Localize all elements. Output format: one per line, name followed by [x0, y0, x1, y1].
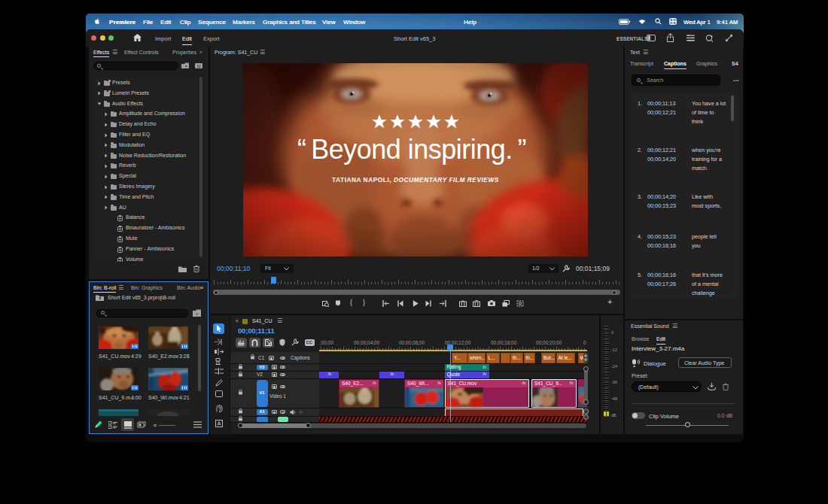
svg-text:32: 32 [196, 64, 201, 68]
svg-text:+: + [196, 311, 198, 316]
svg-text:“ Beyond inspiring. ”: “ Beyond inspiring. ” [297, 134, 526, 165]
svg-text:TATIANA NAPOLI, DOCUMENTARY FI: TATIANA NAPOLI, DOCUMENTARY FILM REVIEWS [332, 176, 499, 184]
